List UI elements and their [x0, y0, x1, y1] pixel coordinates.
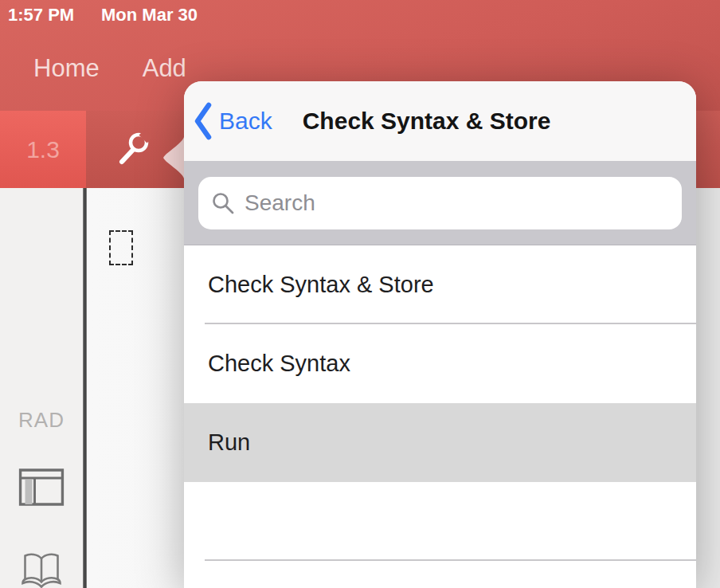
menu-item-run[interactable]: Run [184, 403, 696, 482]
menu-empty-row [184, 482, 696, 561]
nav-item-add[interactable]: Add [143, 54, 186, 83]
search-icon [211, 191, 235, 215]
menu-item-label: Run [208, 429, 250, 456]
wrench-icon [111, 126, 155, 172]
menu-item-label: Check Syntax [208, 351, 350, 377]
nav-item-home[interactable]: Home [33, 54, 100, 83]
tools-popover: Back Check Syntax & Store Check Syntax &… [184, 81, 696, 588]
status-time: 1:57 PM [8, 5, 74, 25]
catalog-button[interactable] [21, 551, 62, 588]
sidebar: RAD [0, 188, 83, 588]
page-layout-button[interactable] [19, 468, 65, 509]
status-bar: 1:57 PM Mon Mar 30 [0, 5, 720, 27]
popover-arrow [163, 127, 186, 188]
app-screen: 1:57 PM Mon Mar 30 Home Add 1.3 RAD [0, 0, 720, 588]
search-field[interactable] [198, 177, 682, 229]
tab-active-page[interactable]: 1.3 [0, 111, 86, 188]
page-layout-icon [19, 468, 65, 506]
angle-mode-indicator: RAD [0, 408, 83, 433]
popover-header: Back Check Syntax & Store [184, 81, 696, 161]
tools-button[interactable] [111, 126, 155, 172]
menu-item-label: Check Syntax & Store [208, 272, 434, 298]
selection-cursor [109, 230, 133, 265]
page-gutter [696, 188, 720, 588]
row-separator [205, 559, 696, 561]
popover-title: Check Syntax & Store [303, 108, 551, 135]
search-input[interactable] [245, 190, 669, 216]
menu-list: Check Syntax & Store Check Syntax Run [184, 245, 696, 588]
nav-bar: Home Add [33, 54, 186, 83]
tab-label: 1.3 [26, 136, 60, 163]
chevron-left-icon [194, 102, 213, 140]
back-button-label: Back [219, 108, 272, 135]
menu-item-check-syntax[interactable]: Check Syntax [184, 324, 696, 403]
back-button[interactable]: Back [194, 102, 272, 140]
status-date: Mon Mar 30 [101, 5, 198, 25]
catalog-book-icon [21, 551, 62, 588]
search-bar [184, 161, 696, 245]
menu-item-check-syntax-store[interactable]: Check Syntax & Store [184, 245, 696, 324]
